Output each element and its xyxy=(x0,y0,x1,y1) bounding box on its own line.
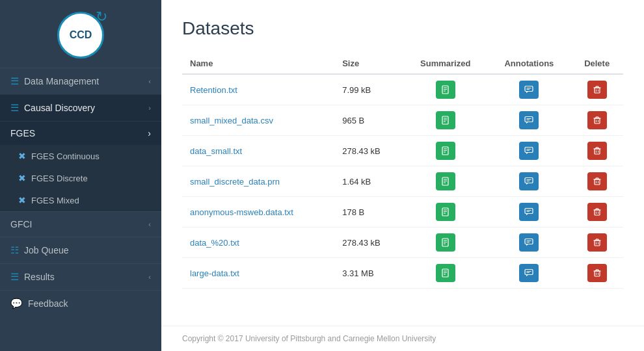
cell-delete xyxy=(570,105,623,136)
chat-icon xyxy=(524,116,533,125)
fges-label: FGES xyxy=(10,128,35,138)
summarize-button[interactable] xyxy=(436,172,455,190)
gfci-chevron-icon: ‹ xyxy=(148,220,151,228)
col-delete: Delete xyxy=(570,53,623,74)
cell-summarized xyxy=(403,136,488,166)
cell-summarized xyxy=(403,258,488,289)
svg-rect-49 xyxy=(525,178,533,183)
chat-icon xyxy=(524,146,533,155)
svg-rect-38 xyxy=(595,149,600,154)
sidebar-item-label: Results xyxy=(24,272,55,282)
fges-continuous-icon: ✖ xyxy=(18,151,26,161)
main-content: Datasets Name Size Summarized Annotation… xyxy=(161,0,644,351)
cell-name: data_%20.txt xyxy=(182,228,334,258)
sidebar-item-fges-mixed[interactable]: ✖ FGES Mixed xyxy=(0,189,161,211)
sidebar-item-fges-continuous[interactable]: ✖ FGES Continuous xyxy=(0,145,161,167)
table-row: data_small.txt 278.43 kB xyxy=(182,136,623,166)
gfci-label: GFCI xyxy=(10,219,32,229)
sidebar-item-causal-discovery[interactable]: ☰ Causal Discovery › xyxy=(0,94,161,121)
fges-discrete-label: FGES Discrete xyxy=(31,174,88,183)
cell-delete xyxy=(570,166,623,197)
file-link[interactable]: Retention.txt xyxy=(190,85,237,95)
delete-button[interactable] xyxy=(587,233,607,252)
sidebar-item-job-queue[interactable]: ☷ Job Queue xyxy=(0,237,161,263)
sidebar-item-fges-discrete[interactable]: ✖ FGES Discrete xyxy=(0,167,161,189)
cell-name: anonymous-msweb.data.txt xyxy=(182,197,334,228)
trash-icon xyxy=(593,85,602,94)
svg-rect-34 xyxy=(525,148,533,153)
chat-icon xyxy=(524,207,533,216)
cell-annotations xyxy=(488,74,571,105)
annotate-button[interactable] xyxy=(519,233,539,252)
summarize-button[interactable] xyxy=(436,111,455,129)
file-icon xyxy=(441,238,450,247)
svg-rect-64 xyxy=(525,209,533,214)
sidebar-item-gfci[interactable]: GFCI ‹ xyxy=(0,211,161,237)
datasets-table: Name Size Summarized Annotations Delete … xyxy=(182,53,623,289)
sidebar-item-fges[interactable]: FGES › xyxy=(0,121,161,145)
summarize-button[interactable] xyxy=(436,142,455,160)
table-row: data_%20.txt 278.43 kB xyxy=(182,228,623,258)
delete-button[interactable] xyxy=(587,264,607,282)
fges-submenu: ✖ FGES Continuous ✖ FGES Discrete ✖ FGES… xyxy=(0,145,161,211)
file-link[interactable]: anonymous-msweb.data.txt xyxy=(190,207,293,217)
cell-delete xyxy=(570,258,623,289)
cell-summarized xyxy=(403,74,488,105)
delete-button[interactable] xyxy=(587,111,607,129)
delete-button[interactable] xyxy=(587,142,607,160)
annotate-button[interactable] xyxy=(519,81,539,99)
causal-discovery-icon: ☰ xyxy=(10,102,19,114)
fges-chevron-icon: › xyxy=(148,128,151,138)
delete-button[interactable] xyxy=(587,172,607,190)
file-link[interactable]: large-data.txt xyxy=(190,268,239,278)
job-queue-icon: ☷ xyxy=(10,244,19,256)
file-link[interactable]: data_small.txt xyxy=(190,146,242,156)
delete-button[interactable] xyxy=(587,203,607,221)
summarize-button[interactable] xyxy=(436,233,455,252)
file-link[interactable]: data_%20.txt xyxy=(190,238,239,248)
cell-size: 278.43 kB xyxy=(334,136,403,166)
annotate-button[interactable] xyxy=(519,172,539,190)
summarize-button[interactable] xyxy=(436,264,455,282)
table-body: Retention.txt 7.99 kB xyxy=(182,74,623,289)
annotate-button[interactable] xyxy=(519,264,539,282)
logo-arrow: ↻ xyxy=(96,8,107,25)
file-link[interactable]: small_mixed_data.csv xyxy=(190,116,273,125)
cell-delete xyxy=(570,74,623,105)
cell-annotations xyxy=(488,228,571,258)
annotate-button[interactable] xyxy=(519,203,539,221)
svg-rect-23 xyxy=(595,118,600,124)
results-icon: ☰ xyxy=(10,271,19,283)
summarize-button[interactable] xyxy=(436,81,455,99)
cell-name: small_discrete_data.prn xyxy=(182,166,334,197)
cell-summarized xyxy=(403,228,488,258)
cell-delete xyxy=(570,136,623,166)
trash-icon xyxy=(593,207,602,216)
sidebar-item-label: Data Management xyxy=(24,76,99,86)
sidebar: ↻ CCD ☰ Data Management ‹ ☰ Causal Disco… xyxy=(0,0,161,351)
annotate-button[interactable] xyxy=(519,142,539,160)
trash-icon xyxy=(593,238,602,247)
summarize-button[interactable] xyxy=(436,203,455,221)
sidebar-item-feedback[interactable]: 💬 Feedback xyxy=(0,290,161,317)
chat-icon xyxy=(524,85,533,94)
svg-rect-94 xyxy=(525,270,533,275)
svg-rect-19 xyxy=(525,117,533,122)
file-icon xyxy=(441,116,450,125)
results-chevron-icon: ‹ xyxy=(148,273,151,281)
chat-icon xyxy=(524,268,533,278)
delete-button[interactable] xyxy=(587,81,607,99)
logo: ↻ CCD xyxy=(57,12,104,58)
sidebar-item-results[interactable]: ☰ Results ‹ xyxy=(0,263,161,290)
feedback-icon: 💬 xyxy=(10,298,23,309)
sidebar-item-data-management[interactable]: ☰ Data Management ‹ xyxy=(0,68,161,94)
cell-summarized xyxy=(403,166,488,197)
data-management-icon: ☰ xyxy=(10,75,19,87)
file-link[interactable]: small_discrete_data.prn xyxy=(190,177,280,187)
cell-annotations xyxy=(488,166,571,197)
annotate-button[interactable] xyxy=(519,111,539,129)
footer: Copyright © 2017 University of Pittsburg… xyxy=(161,326,644,351)
cell-size: 3.31 MB xyxy=(334,258,403,289)
col-summarized: Summarized xyxy=(403,53,488,74)
trash-icon xyxy=(593,116,602,125)
